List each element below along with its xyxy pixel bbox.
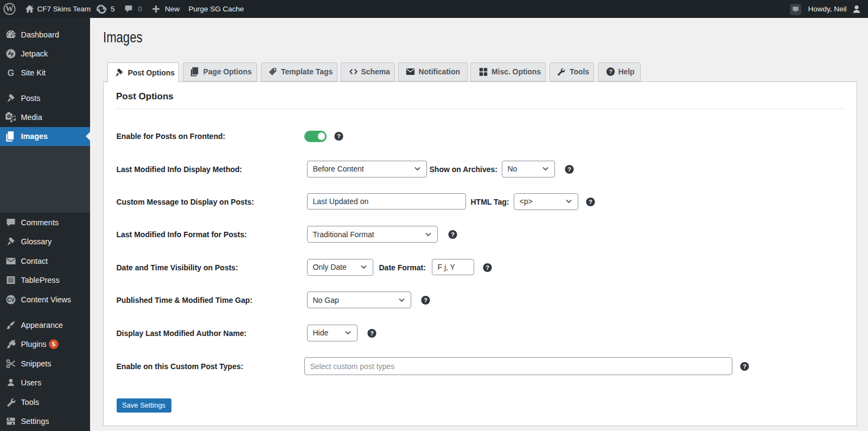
svg-text:?: ? (743, 363, 746, 369)
svg-text:?: ? (369, 329, 373, 336)
svg-text:G: G (8, 68, 14, 78)
svg-text:?: ? (588, 198, 592, 205)
svg-text:CV: CV (7, 296, 15, 302)
svg-text:?: ? (567, 166, 571, 172)
svg-text:?: ? (423, 297, 427, 303)
svg-text:?: ? (450, 231, 454, 238)
svg-text:?: ? (485, 264, 489, 270)
svg-text:?: ? (609, 68, 612, 75)
svg-text:?: ? (336, 133, 340, 140)
svg-text:W: W (5, 4, 14, 13)
